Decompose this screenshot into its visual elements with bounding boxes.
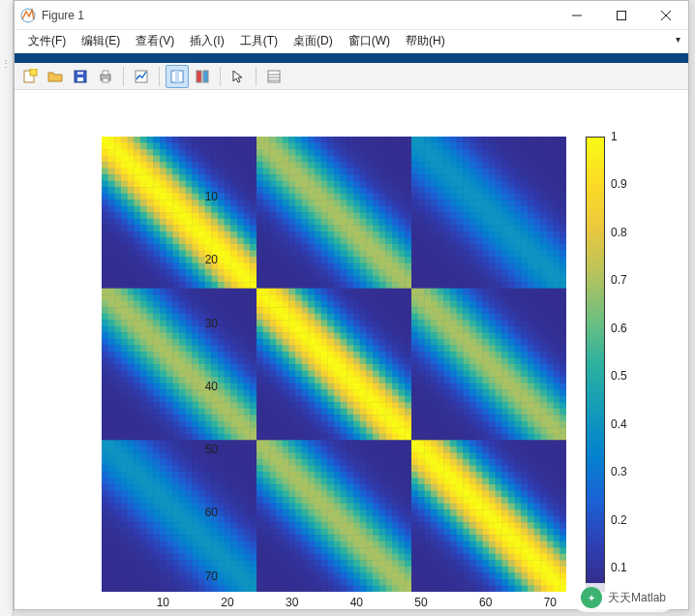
menu-file[interactable]: 文件(F) — [20, 30, 74, 52]
colorbar-tick-label: 0.4 — [611, 417, 627, 431]
menu-help[interactable]: 帮助(H) — [398, 30, 453, 52]
minimize-button[interactable] — [555, 1, 599, 30]
menu-edit[interactable]: 编辑(E) — [74, 30, 128, 52]
colorbar-tick-label: 0.6 — [611, 322, 627, 335]
svg-rect-2 — [618, 11, 626, 19]
open-button[interactable] — [44, 65, 67, 88]
watermark: ✦ 天天Matlab — [571, 583, 676, 612]
y-tick-label: 60 — [205, 506, 218, 519]
wechat-icon: ✦ — [581, 587, 602, 608]
y-tick-label: 50 — [205, 443, 218, 456]
svg-rect-9 — [77, 72, 83, 75]
menu-view[interactable]: 查看(V) — [128, 30, 182, 52]
toolbar — [15, 63, 688, 90]
figure-window: Figure 1 文件(F) 编辑(E) 查看(V) 插入(I) 工具(T) 桌… — [14, 0, 689, 610]
colorbar-tick-label: 0.9 — [611, 177, 627, 191]
menu-desktop[interactable]: 桌面(D) — [286, 30, 341, 52]
titlebar: Figure 1 — [15, 1, 688, 30]
y-tick-label: 40 — [205, 380, 218, 393]
colorbar-tick-label: 0.1 — [611, 561, 627, 574]
link-plot-button[interactable] — [130, 65, 153, 88]
menubar: 文件(F) 编辑(E) 查看(V) 插入(I) 工具(T) 桌面(D) 窗口(W… — [15, 30, 688, 53]
x-tick-label: 10 — [157, 596, 169, 609]
svg-rect-6 — [30, 69, 37, 76]
colorbar-tick-label: 0.3 — [611, 465, 627, 478]
toolbar-separator — [123, 67, 124, 86]
x-tick-label: 70 — [544, 596, 557, 609]
colorbar-tick-label: 1 — [611, 130, 618, 143]
toolbar-separator — [159, 67, 160, 86]
svg-rect-8 — [77, 77, 83, 81]
y-tick-label: 20 — [205, 253, 218, 266]
edit-plot-button[interactable] — [166, 65, 189, 88]
print-button[interactable] — [94, 65, 117, 88]
colorbar[interactable] — [586, 137, 605, 592]
x-tick-label: 40 — [350, 596, 363, 609]
colorbar-tick-label: 0.2 — [611, 513, 627, 527]
menu-more-icon[interactable]: ▾ — [676, 34, 680, 45]
figure-area: 10203040506070 10203040506070 0.10.20.30… — [15, 90, 688, 609]
window-title: Figure 1 — [42, 9, 555, 22]
dock-strip — [15, 53, 688, 63]
svg-rect-15 — [175, 71, 179, 82]
toolbar-separator — [220, 67, 221, 86]
matlab-icon — [20, 8, 36, 23]
save-button[interactable] — [69, 65, 92, 88]
gutter-glyph: ⋮ — [1, 58, 13, 70]
svg-rect-16 — [196, 71, 201, 82]
y-tick-label: 30 — [205, 317, 218, 330]
x-tick-label: 50 — [414, 596, 427, 609]
svg-rect-17 — [203, 71, 208, 82]
menu-insert[interactable]: 插入(I) — [182, 30, 231, 52]
svg-rect-12 — [103, 78, 108, 82]
watermark-text: 天天Matlab — [608, 590, 666, 606]
y-tick-label: 70 — [205, 570, 218, 583]
property-inspector-button[interactable] — [262, 65, 286, 88]
x-tick-label: 20 — [221, 596, 233, 609]
x-tick-label: 30 — [286, 596, 298, 609]
insert-colorbar-button[interactable] — [191, 65, 214, 88]
heatmap-canvas — [102, 137, 566, 592]
colorbar-canvas — [586, 137, 605, 592]
x-tick-label: 60 — [479, 596, 492, 609]
new-figure-button[interactable] — [18, 65, 42, 88]
menu-window[interactable]: 窗口(W) — [341, 30, 398, 52]
colorbar-tick-label: 0.5 — [611, 369, 627, 383]
maximize-button[interactable] — [599, 1, 644, 30]
colorbar-tick-label: 0.7 — [611, 273, 627, 287]
pointer-button[interactable] — [227, 65, 250, 88]
background-gutter: ⋮ — [0, 0, 14, 616]
colorbar-tick-label: 0.8 — [611, 226, 627, 239]
toolbar-separator — [256, 67, 257, 86]
heatmap-axes[interactable] — [102, 137, 566, 592]
menu-tools[interactable]: 工具(T) — [232, 30, 286, 52]
close-button[interactable] — [644, 1, 688, 30]
svg-rect-11 — [103, 71, 108, 75]
y-tick-label: 10 — [205, 190, 218, 203]
